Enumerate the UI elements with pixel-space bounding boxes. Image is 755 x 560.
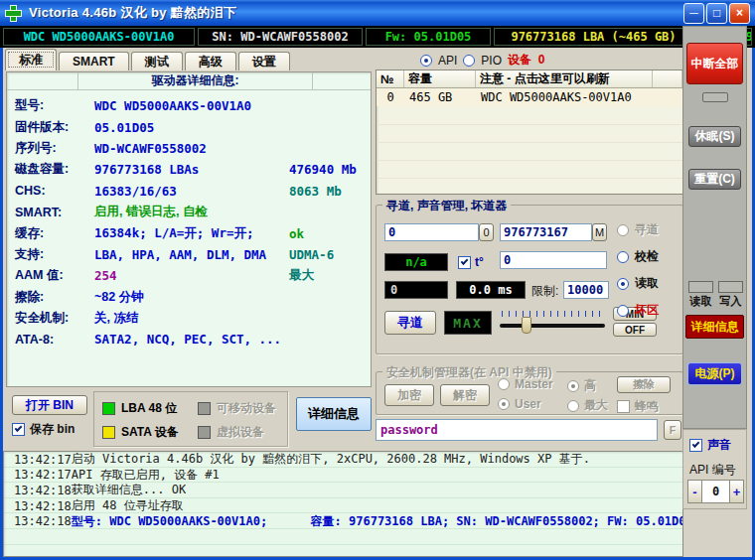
drive-row-capacity: 465 GB <box>404 90 476 104</box>
end-lba-input[interactable] <box>500 223 592 241</box>
tab-settings[interactable]: 设置 <box>238 52 290 70</box>
tab-advanced[interactable]: 高级 <box>185 52 236 70</box>
flag-label: LBA 48 位 <box>121 400 177 417</box>
sidebar-details-button[interactable]: 详细信息 <box>685 315 744 339</box>
window-title: Victoria 4.46b 汉化 by 黯然的泪下 <box>29 4 683 22</box>
start-lba-input[interactable] <box>384 223 479 241</box>
tab-standard[interactable]: 标准 <box>5 49 57 70</box>
radio-icon[interactable] <box>498 398 510 410</box>
f-button[interactable]: F <box>664 420 681 440</box>
log-time: 13:42:18 <box>4 484 72 497</box>
drive-row[interactable]: 0 465 GB WDC WD5000AAKS-00V1A0 <box>377 88 682 106</box>
seek-button[interactable]: 寻道 <box>384 311 436 335</box>
api-number-label: API 编号 <box>689 462 736 479</box>
radio-read[interactable]: 读取 <box>617 275 659 292</box>
radio-seek[interactable]: 寻道 <box>617 221 659 238</box>
radio-icon[interactable] <box>617 278 629 290</box>
maximize-icon[interactable]: □ <box>706 3 727 24</box>
reset-button[interactable]: 重置(C) <box>688 169 741 190</box>
start-reset-button[interactable]: 0 <box>479 223 494 241</box>
erase-button[interactable]: 擦除 <box>617 376 671 393</box>
detail-extra: 最大 <box>289 267 371 284</box>
info-firmware: Fw: 05.01D05 <box>366 28 491 46</box>
radio-icon[interactable] <box>617 224 629 236</box>
col-number[interactable]: № <box>377 70 404 87</box>
radio-icon[interactable] <box>498 378 510 390</box>
radio-high[interactable]: 高 <box>567 377 596 394</box>
tab-smart[interactable]: SMART <box>59 52 129 70</box>
log-text: 获取详细信息... OK <box>72 482 186 498</box>
sound-toggle[interactable]: 声音 <box>689 437 731 454</box>
read-write-indicators: 读取 写入 <box>683 281 748 309</box>
position-input[interactable] <box>500 251 607 269</box>
security-manager-panel: 安全机制管理器(在 API 中禁用) 加密 解密 Master User 高 最… <box>376 371 683 415</box>
log-text: 启用 48 位寻址存取 <box>72 497 184 514</box>
slider-thumb-icon[interactable] <box>522 317 531 334</box>
tab-test[interactable]: 测试 <box>131 52 183 70</box>
col-capacity[interactable]: 容量 <box>404 70 476 87</box>
spinner-minus-button[interactable]: - <box>687 480 702 503</box>
radio-verify[interactable]: 校检 <box>617 248 659 265</box>
detail-row-chs: CHS:16383/16/638063 Mb <box>7 181 371 202</box>
radio-maximum[interactable]: 最大 <box>567 397 608 414</box>
log-time: 13:42:18 <box>4 499 72 513</box>
detail-row-cache: 缓存:16384k; L/A=开; Wr=开;ok <box>7 222 371 243</box>
app-cross-icon <box>5 5 22 22</box>
radio-icon[interactable] <box>617 305 629 317</box>
window-controls: ─ □ × <box>683 3 750 24</box>
decrypt-button[interactable]: 解密 <box>440 384 490 406</box>
drive-list-table[interactable]: № 容量 注意 - 点击这里可以刷新 0 465 GB WDC WD5000AA… <box>376 70 683 195</box>
flag-sata: SATA 设备 <box>102 424 179 441</box>
log-line: 13:42:18型号: WDC WD5000AAKS-00V1A0; 容量: 9… <box>4 513 682 529</box>
detail-value: WD-WCAWF0558002 <box>94 141 289 156</box>
time-lcd: 0.0 ms <box>456 281 526 299</box>
beep-checkbox[interactable] <box>617 400 630 413</box>
sleep-button[interactable]: 休眠(S) <box>688 126 741 147</box>
radio-badblocks[interactable]: 坏区 <box>617 302 659 319</box>
log-time: 13:42:18 <box>4 514 72 528</box>
temperature-checkbox[interactable] <box>458 256 471 269</box>
details-header: 驱动器详细信息: <box>7 72 371 90</box>
radio-icon[interactable] <box>617 251 629 263</box>
title-bar[interactable]: Victoria 4.46b 汉化 by 黯然的泪下 ─ □ × <box>0 0 755 26</box>
sound-checkbox[interactable] <box>689 439 702 452</box>
temperature-toggle[interactable]: t° <box>458 255 484 269</box>
beep-toggle[interactable]: 蜂鸣 <box>617 398 659 415</box>
detail-label: AAM 值: <box>15 267 94 284</box>
save-bin-checkbox[interactable] <box>12 423 25 436</box>
passport-button[interactable]: 详细信息 <box>296 397 372 431</box>
sound-label: 声音 <box>707 437 731 454</box>
close-icon[interactable]: × <box>729 3 750 24</box>
api-radio[interactable] <box>420 55 432 67</box>
aam-off-button[interactable]: OFF <box>613 323 657 337</box>
limit-label: 限制: <box>531 283 558 300</box>
check-icon <box>461 257 469 265</box>
log-panel[interactable]: 13:42:17启动 Victoria 4.46b 汉化 by 黯然的泪下, 2… <box>3 451 683 557</box>
minimize-icon[interactable]: ─ <box>683 3 704 24</box>
limit-input[interactable] <box>563 281 609 299</box>
detail-label: 磁盘容量: <box>15 161 94 178</box>
open-bin-button[interactable]: 打开 BIN <box>12 395 87 415</box>
col-note-refresh[interactable]: 注意 - 点击这里可以刷新 <box>476 70 653 87</box>
detail-label: 支持: <box>15 246 94 263</box>
max-lba-button[interactable]: M <box>592 223 607 241</box>
abort-all-button[interactable]: 中断全部 <box>686 43 743 84</box>
radio-icon[interactable] <box>567 400 579 412</box>
spinner-plus-button[interactable]: + <box>729 480 744 503</box>
drive-list-header[interactable]: № 容量 注意 - 点击这里可以刷新 <box>377 70 682 88</box>
detail-label: SMART: <box>15 206 94 219</box>
detail-value: 976773168 LBAs <box>94 162 289 177</box>
aam-slider[interactable] <box>500 311 605 337</box>
password-input[interactable] <box>376 419 658 441</box>
encrypt-button[interactable]: 加密 <box>384 384 434 406</box>
slider-ticks <box>502 311 603 317</box>
radio-master[interactable]: Master <box>498 377 553 391</box>
radio-user[interactable]: User <box>498 397 541 411</box>
log-time: 13:42:17 <box>4 468 72 482</box>
power-button[interactable]: 电源(P) <box>687 362 742 385</box>
pio-radio[interactable] <box>463 55 475 67</box>
activity-indicator <box>702 92 728 102</box>
radio-label: 坏区 <box>635 302 659 319</box>
save-bin-toggle[interactable]: 保存 bin <box>12 421 75 438</box>
radio-icon[interactable] <box>567 380 579 392</box>
